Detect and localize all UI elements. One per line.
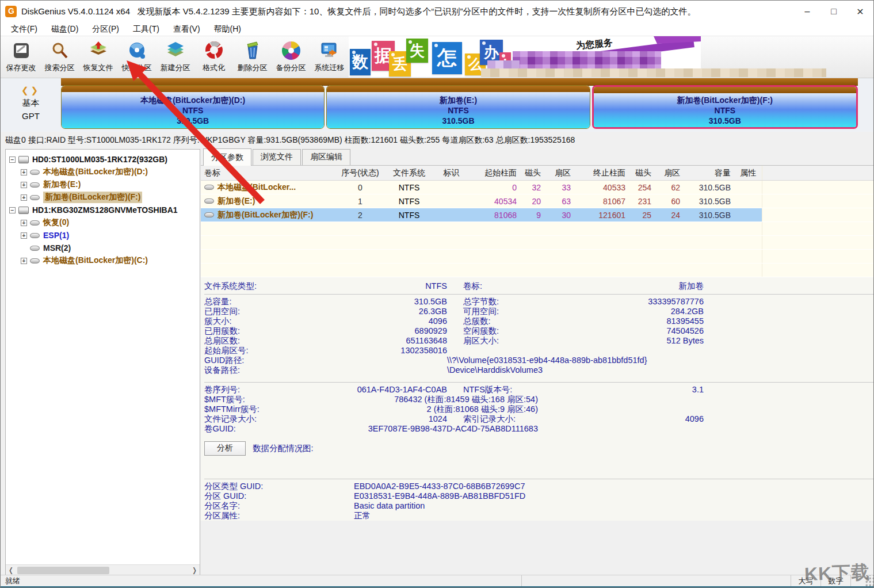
- menu-help[interactable]: 帮助(H): [207, 23, 248, 36]
- overview-nav-arrows[interactable]: ❮❯: [1, 85, 61, 96]
- censored-mosaic: [481, 68, 826, 77]
- partition-block-d[interactable]: 本地磁盘(BitLocker加密)(D:) NTFS 310.5GB: [61, 85, 325, 129]
- harddisk-icon: [18, 156, 29, 163]
- partition-details: 文件系统类型: NTFS 卷标: 新加卷 总容量:310.5GB总字节数:333…: [201, 277, 874, 521]
- partition-table: 卷标 序号(状态) 文件系统 标识 起始柱面 磁头 扇区 终止柱面 磁头 扇区 …: [201, 165, 874, 277]
- table-row-selected[interactable]: 新加卷(BitLocker加密)(F:) 2NTFS 81068 930 121…: [201, 208, 874, 222]
- partition-name: 新加卷(BitLocker加密)(F:): [677, 95, 773, 105]
- window-title: DiskGenius V5.4.0.1124 x64 发现新版本 V5.4.2.…: [21, 6, 696, 17]
- tree-item-hd1[interactable]: − HD1:KBG30ZMS128GNVMeTOSHIBA1: [6, 204, 200, 216]
- tree-horizontal-scrollbar[interactable]: ❬ ❭: [6, 564, 200, 575]
- expand-icon[interactable]: +: [21, 258, 27, 264]
- tree-item-c[interactable]: + 本地磁盘(BitLocker加密)(C:): [6, 254, 200, 267]
- status-bar: 就绪 大写 数字: [1, 575, 874, 587]
- tab-sector-edit[interactable]: 扇区编辑: [302, 149, 350, 165]
- table-row[interactable]: 新加卷(E:) 1NTFS 40534 2063 81067231 60310.…: [201, 194, 874, 208]
- menu-disk[interactable]: 磁盘(D): [44, 23, 85, 36]
- partition-icon: [30, 258, 40, 264]
- magnifier-icon: [49, 40, 71, 62]
- partition-icon: [30, 170, 40, 175]
- partition-icon: [30, 233, 40, 238]
- close-button[interactable]: ✕: [847, 2, 873, 21]
- analyze-button[interactable]: 分析: [204, 441, 246, 456]
- partition-name: 新加卷(E:): [440, 95, 477, 105]
- partition-block-f-selected[interactable]: 新加卷(BitLocker加密)(F:) NTFS 310.5GB: [592, 85, 858, 129]
- disc-icon: [126, 40, 148, 62]
- recover-files-icon: [87, 40, 109, 62]
- disk-mode-label: 基本: [1, 97, 61, 109]
- collapse-icon[interactable]: −: [9, 156, 16, 163]
- menu-bar: 文件(F) 磁盘(D) 分区(P) 工具(T) 查看(V) 帮助(H): [1, 22, 873, 36]
- alloc-map-label: 数据分配情况图:: [253, 443, 314, 454]
- table-row[interactable]: 本地磁盘(BitLocker... 0NTFS 0 3233 40533254 …: [201, 181, 874, 194]
- banner-service-text: 为您服务: [575, 37, 613, 52]
- expand-icon[interactable]: +: [21, 220, 27, 226]
- table-empty-row: [201, 236, 874, 250]
- update-notice: 发现新版本 V5.4.2.1239 主要更新内容如下：10、恢复文件后，同时勾选…: [138, 6, 696, 16]
- tab-partition-params[interactable]: 分区参数: [203, 148, 251, 166]
- scroll-left-icon[interactable]: ❬: [6, 566, 16, 574]
- partition-fs: NTFS: [448, 105, 469, 116]
- backup-partition-button[interactable]: 备份分区: [272, 37, 310, 77]
- tree-item-recovery[interactable]: + 恢复(0): [6, 216, 200, 229]
- disk-tree-panel: − HD0:ST1000LM035-1RK172(932GB) + 本地磁盘(B…: [5, 149, 200, 576]
- tree-item-e[interactable]: + 新加卷(E:): [6, 178, 200, 191]
- menu-view[interactable]: 查看(V): [166, 23, 207, 36]
- tree-item-hd0[interactable]: − HD0:ST1000LM035-1RK172(932GB): [6, 153, 200, 166]
- pie-flower-icon: [280, 40, 302, 62]
- partition-name: 本地磁盘(BitLocker加密)(D:): [140, 95, 245, 105]
- partition-icon: [204, 198, 214, 204]
- new-partition-button[interactable]: 新建分区: [156, 37, 194, 77]
- expand-icon[interactable]: +: [21, 182, 27, 188]
- recover-files-button[interactable]: 恢复文件: [79, 37, 117, 77]
- partition-block-e[interactable]: 新加卷(E:) NTFS 310.5GB: [326, 85, 590, 129]
- trash-icon: [242, 40, 264, 62]
- device-path-label: 设备路径:: [204, 365, 296, 375]
- expand-icon[interactable]: +: [21, 169, 27, 175]
- menu-partition[interactable]: 分区(P): [85, 23, 126, 36]
- toolbar: 保存更改 搜索分区 恢复文件 快速分区 新建分区: [1, 36, 873, 78]
- tree-item-esp[interactable]: + ESP(1): [6, 229, 200, 242]
- tree-item-d[interactable]: + 本地磁盘(BitLocker加密)(D:): [6, 166, 200, 178]
- disk-info-line: 磁盘0 接口:RAID 型号:ST1000LM035-1RK172 序列号:WK…: [1, 132, 873, 149]
- search-partition-button[interactable]: 搜索分区: [40, 37, 79, 77]
- device-path-value: \Device\HarddiskVolume3: [296, 365, 543, 375]
- guid-path-value: \\?\Volume{e0318531-e9b4-448a-889b-ab81b…: [296, 356, 647, 365]
- quick-partition-button[interactable]: 快速分区: [117, 37, 156, 77]
- partition-overview: ❮❯ 基本 GPT 本地磁盘(BitLocker加密)(D:) NTFS 310…: [1, 78, 873, 132]
- table-empty-row: [201, 264, 874, 277]
- tab-browse-files[interactable]: 浏览文件: [253, 149, 301, 165]
- tree-item-msr[interactable]: MSR(2): [6, 242, 200, 254]
- fs-type-value: NTFS: [296, 281, 447, 292]
- harddisk-icon: [18, 207, 29, 214]
- partition-icon: [30, 220, 40, 226]
- vol-label-label: 卷标:: [463, 281, 549, 292]
- partition-size: 310.5GB: [442, 116, 474, 126]
- collapse-icon[interactable]: −: [9, 207, 16, 213]
- status-ready: 就绪: [1, 576, 521, 586]
- no-expand-spacer: [21, 245, 27, 251]
- minimize-button[interactable]: –: [794, 2, 820, 21]
- menu-file[interactable]: 文件(F): [4, 23, 44, 36]
- tree-item-f-selected[interactable]: + 新加卷(BitLocker加密)(F:): [6, 191, 200, 204]
- scrollbar-thumb[interactable]: [17, 567, 109, 574]
- vol-label-value: 新加卷: [549, 281, 704, 292]
- disk-scheme-label: GPT: [1, 110, 61, 122]
- partition-icon: [30, 182, 40, 188]
- expand-icon[interactable]: +: [21, 232, 27, 239]
- format-button[interactable]: 格式化: [194, 37, 233, 77]
- menu-tools[interactable]: 工具(T): [126, 23, 166, 36]
- maximize-button[interactable]: □: [820, 2, 847, 21]
- tab-bar: 分区参数 浏览文件 扇区编辑: [201, 149, 874, 165]
- delete-partition-button[interactable]: 删除分区: [233, 37, 272, 77]
- system-migration-button[interactable]: 系统迁移: [310, 37, 349, 77]
- save-changes-button[interactable]: 保存更改: [2, 37, 40, 77]
- partition-size: 310.5GB: [177, 116, 209, 126]
- scroll-right-icon[interactable]: ❭: [189, 566, 200, 574]
- save-icon: [10, 40, 32, 62]
- table-empty-row: [201, 222, 874, 236]
- title-bar: DiskGenius V5.4.0.1124 x64 发现新版本 V5.4.2.…: [1, 1, 873, 22]
- expand-icon[interactable]: +: [21, 194, 27, 201]
- banner-tile: 失: [406, 39, 428, 63]
- fs-type-label: 文件系统类型:: [204, 281, 296, 292]
